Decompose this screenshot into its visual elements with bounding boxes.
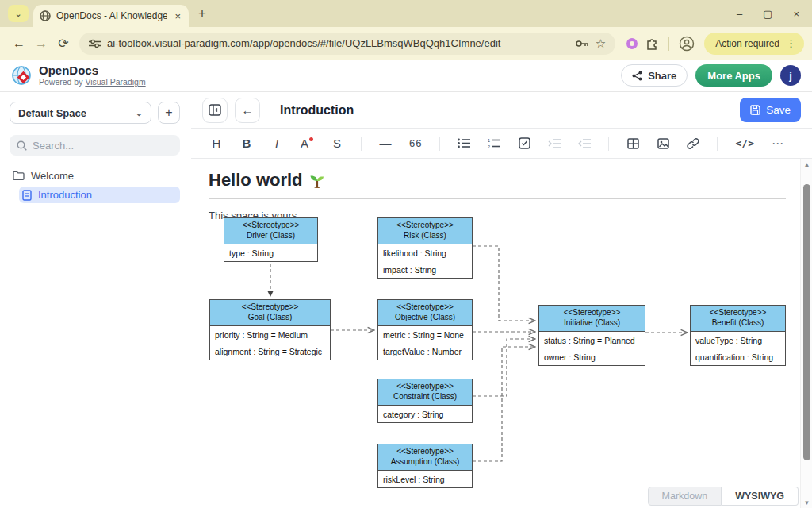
document-icon — [22, 190, 32, 201]
extension-ring-icon[interactable] — [626, 38, 638, 49]
header-divider — [270, 102, 270, 119]
profile-icon[interactable] — [679, 36, 695, 52]
tree-item-label: Introduction — [38, 189, 92, 201]
italic-button[interactable]: I — [270, 137, 283, 150]
folder-icon — [13, 171, 25, 180]
new-tab-button[interactable]: + — [198, 6, 206, 21]
code-button[interactable]: </> — [735, 137, 753, 149]
strikethrough-button[interactable]: S — [331, 137, 343, 150]
bookmark-star-icon[interactable]: ☆ — [596, 37, 606, 51]
numbered-list-button[interactable]: 12 — [488, 138, 500, 148]
share-label: Share — [648, 70, 676, 82]
editor-toolbar: H B I A S — 66 12 </> ⋯ — [191, 129, 812, 159]
forward-button[interactable]: → — [30, 37, 52, 51]
sidebar-item-introduction[interactable]: Introduction — [19, 187, 180, 203]
visual-paradigm-link[interactable]: Visual Paradigm — [85, 77, 145, 87]
vertical-scrollbar[interactable]: ▲ ▼ — [800, 159, 812, 508]
save-button[interactable]: Save — [740, 98, 801, 122]
brand: OpenDocs Powered by Visual Paradigm — [11, 64, 146, 87]
save-label: Save — [766, 104, 791, 116]
horizontal-rule-button[interactable]: — — [379, 137, 392, 150]
uml-class-assumption[interactable]: <<Stereotype>>Assumption (Class) riskLev… — [377, 444, 473, 488]
markdown-mode-button[interactable]: Markdown — [648, 487, 722, 506]
browser-tabstrip: ⌄ OpenDocs - AI Knowledge Base × + – ▢ × — [0, 0, 812, 27]
back-button[interactable]: ← — [8, 37, 30, 51]
toolbar-divider — [439, 137, 440, 151]
bullet-list-button[interactable] — [458, 138, 470, 148]
password-key-icon[interactable] — [576, 40, 589, 48]
search-input[interactable] — [33, 140, 173, 152]
uml-class-benefit[interactable]: <<Stereotype>>Benefit (Class) valueType … — [690, 305, 786, 366]
action-required-button[interactable]: Action required ⋮ — [704, 33, 804, 55]
search-icon — [17, 140, 27, 151]
user-avatar[interactable]: j — [780, 65, 801, 86]
back-navigation-button[interactable]: ← — [235, 98, 260, 123]
space-selector[interactable]: Default Space ⌄ — [10, 102, 151, 124]
document-canvas[interactable]: Hello world This space is yours. — [191, 159, 812, 508]
sidebar: Default Space ⌄ + Welcome Introduction — [0, 92, 190, 508]
save-icon — [750, 105, 760, 115]
editor-header: ← Introduction Save — [191, 92, 812, 129]
space-selector-value: Default Space — [18, 107, 86, 119]
extensions-puzzle-icon[interactable] — [645, 37, 659, 50]
site-settings-icon[interactable] — [89, 39, 101, 48]
scrollbar-thumb[interactable] — [803, 184, 810, 460]
browser-menu-icon[interactable]: ⋮ — [786, 37, 796, 49]
share-button[interactable]: Share — [621, 64, 688, 87]
toolbar-divider — [361, 137, 362, 151]
toolbar-separator — [668, 37, 669, 51]
opendocs-logo-icon — [11, 65, 33, 87]
more-options-button[interactable]: ⋯ — [772, 137, 785, 151]
checkbox-list-button[interactable] — [518, 137, 530, 149]
window-maximize-button[interactable]: ▢ — [763, 8, 772, 20]
share-icon — [632, 71, 642, 81]
svg-text:2: 2 — [488, 144, 490, 149]
window-close-button[interactable]: × — [793, 8, 799, 20]
chevron-down-icon: ⌄ — [136, 108, 143, 118]
sidebar-item-welcome[interactable]: Welcome — [10, 167, 180, 184]
app-header: OpenDocs Powered by Visual Paradigm Shar… — [0, 60, 812, 92]
search-box[interactable] — [10, 135, 180, 156]
tab-close-icon[interactable]: × — [173, 10, 182, 22]
uml-class-objective[interactable]: <<Stereotype>>Objective (Class) metric :… — [377, 299, 473, 360]
tab-search-button[interactable]: ⌄ — [8, 5, 29, 22]
image-button[interactable] — [657, 138, 669, 149]
app-title: OpenDocs — [39, 64, 146, 78]
outdent-button[interactable] — [578, 139, 591, 148]
uml-class-driver[interactable]: <<Stereotype>>Driver (Class) type : Stri… — [224, 217, 318, 262]
toggle-sidebar-button[interactable] — [202, 98, 228, 123]
uml-class-goal[interactable]: <<Stereotype>>Goal (Class) priority : St… — [209, 299, 331, 360]
add-space-button[interactable]: + — [158, 102, 180, 124]
doc-heading: Hello world — [209, 170, 786, 199]
reload-button[interactable]: ⟳ — [52, 36, 75, 51]
seedling-emoji-icon — [309, 172, 325, 188]
tree-item-label: Welcome — [31, 170, 74, 182]
browser-toolbar: ← → ⟳ ai-toolbox.visual-paradigm.com/app… — [0, 27, 812, 60]
blockquote-button[interactable]: 66 — [409, 137, 422, 149]
toolbar-divider — [717, 137, 718, 151]
favicon-globe-icon — [40, 10, 51, 21]
uml-class-constraint[interactable]: <<Stereotype>>Constraint (Class) categor… — [377, 379, 473, 423]
wysiwyg-mode-button[interactable]: WYSIWYG — [722, 487, 799, 506]
browser-tab[interactable]: OpenDocs - AI Knowledge Base × — [33, 5, 189, 27]
window-minimize-button[interactable]: – — [737, 8, 742, 20]
bold-button[interactable]: B — [240, 137, 253, 150]
address-bar[interactable]: ai-toolbox.visual-paradigm.com/app/opend… — [79, 33, 615, 55]
document-tree: Welcome Introduction — [10, 167, 180, 203]
link-button[interactable] — [687, 137, 699, 149]
uml-class-initiative[interactable]: <<Stereotype>>Initiative (Class) status … — [538, 305, 645, 366]
svg-text:1: 1 — [488, 138, 490, 143]
powered-by: Powered by Visual Paradigm — [39, 77, 146, 87]
table-button[interactable] — [626, 138, 639, 149]
editor-mode-toggle: Markdown WYSIWYG — [648, 487, 799, 506]
url-text[interactable]: ai-toolbox.visual-paradigm.com/app/opend… — [107, 37, 569, 49]
heading-button[interactable]: H — [210, 137, 223, 150]
tab-title: OpenDocs - AI Knowledge Base — [56, 10, 167, 21]
font-color-button[interactable]: A — [301, 137, 313, 150]
indent-button[interactable] — [548, 139, 561, 148]
toolbar-divider — [608, 137, 609, 151]
scroll-down-icon[interactable]: ▼ — [801, 497, 812, 508]
more-apps-button[interactable]: More Apps — [695, 64, 772, 87]
uml-class-risk[interactable]: <<Stereotype>>Risk (Class) likelihood : … — [377, 217, 473, 279]
scroll-up-icon[interactable]: ▲ — [801, 159, 812, 170]
